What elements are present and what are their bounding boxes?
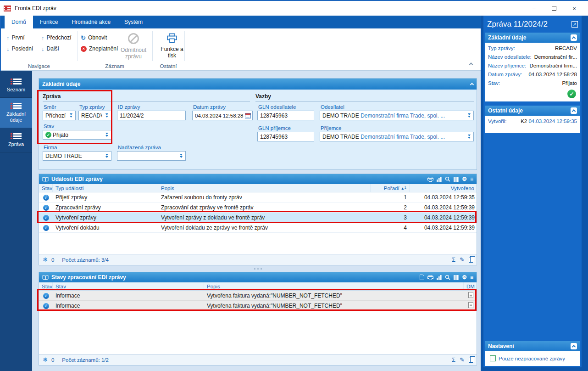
- table-row[interactable]: i Informace Vytvořena faktura vydaná:"NU…: [39, 301, 477, 311]
- freeze-icon[interactable]: ❄: [43, 356, 48, 363]
- detail-basic-header[interactable]: Základní údaje: [485, 33, 580, 43]
- unprocessed-only-option[interactable]: Pouze nezpracované zprávy: [488, 353, 577, 364]
- sum-icon[interactable]: Σ: [452, 256, 455, 263]
- tab-system[interactable]: Systém: [117, 16, 150, 28]
- document-icon[interactable]: [468, 292, 473, 298]
- columns-icon[interactable]: [454, 275, 459, 280]
- document-icon[interactable]: [468, 302, 473, 308]
- column-header[interactable]: Vytvořeno: [410, 184, 477, 192]
- open-in-window-icon[interactable]: ↗: [571, 21, 578, 28]
- column-header[interactable]: DM: [464, 282, 477, 290]
- firma-combo[interactable]: DEMO TRADE: [43, 151, 111, 161]
- typ-zpravy-combo[interactable]: RECADV: [78, 111, 111, 120]
- sidebar-item-zprava[interactable]: Zpráva: [0, 128, 32, 152]
- table-row[interactable]: i Přijetí zprávy Zařazení souboru do fro…: [39, 192, 477, 202]
- panel-splitter[interactable]: [39, 265, 477, 272]
- table-row[interactable]: i Informace Vytvořena faktura vydaná:"NU…: [39, 291, 477, 301]
- tab-domu[interactable]: Domů: [5, 16, 33, 28]
- gln-odesilatele-input[interactable]: 128745963: [257, 111, 314, 120]
- freeze-icon[interactable]: ❄: [43, 256, 48, 263]
- detail-basic-body: Typ zprávy:RECADV Název odesílatele:Demo…: [485, 43, 580, 101]
- previous-label: Předchozí: [47, 34, 72, 41]
- last-button[interactable]: ↓ Poslední: [6, 44, 33, 53]
- column-header[interactable]: Stav: [39, 184, 53, 192]
- firma-value: DEMO TRADE: [45, 153, 82, 159]
- chart-icon[interactable]: [437, 275, 442, 280]
- smer-combo[interactable]: Příchozí: [43, 111, 76, 120]
- first-button[interactable]: ↑ První: [6, 33, 25, 42]
- stav-combo[interactable]: ✓ Přijato: [43, 130, 111, 140]
- table-row[interactable]: i Vytvoření dokladu Vytvoření dokladu ze…: [39, 223, 477, 233]
- detail-other-header[interactable]: Ostatní údaje: [485, 106, 580, 116]
- new-document-icon[interactable]: [420, 275, 424, 280]
- collapse-icon[interactable]: [470, 83, 474, 86]
- column-header-sorted[interactable]: Pořadí ▲1: [371, 184, 410, 192]
- gln-prijemce-input[interactable]: 128745963: [257, 132, 314, 141]
- table-row[interactable]: i Zpracování zprávy Zpracování dat zpráv…: [39, 202, 477, 213]
- column-header[interactable]: Popis: [158, 184, 371, 192]
- search-icon[interactable]: [445, 275, 450, 280]
- prijemce-combo[interactable]: DEMO TRADE Demonstrační firma Trade, spo…: [320, 132, 474, 141]
- copy-icon[interactable]: [469, 258, 473, 263]
- edit-icon[interactable]: ✎: [460, 256, 465, 263]
- settings-header[interactable]: Nastavení: [485, 341, 580, 351]
- edit-icon[interactable]: ✎: [460, 356, 465, 363]
- invalidate-button[interactable]: × Zneplatnění: [81, 44, 118, 53]
- gear-icon[interactable]: ⚙: [462, 275, 467, 280]
- print-icon[interactable]: [427, 177, 433, 182]
- next-button[interactable]: ↓ Další: [41, 44, 59, 53]
- copy-icon[interactable]: [469, 358, 473, 363]
- events-panel: Události EDI zprávy ⚙ ≡ Stav Typ událost…: [39, 174, 477, 265]
- gear-icon[interactable]: ⚙: [462, 176, 467, 182]
- minimize-button[interactable]: –: [524, 1, 544, 15]
- info-icon: i: [43, 293, 49, 299]
- menu-icon[interactable]: ≡: [470, 176, 473, 182]
- table-row-selected[interactable]: i Vytvoření zprávy Vytvoření zprávy z do…: [39, 213, 477, 223]
- ribbon-collapse-button[interactable]: [470, 60, 472, 67]
- collapse-icon[interactable]: [571, 343, 577, 349]
- created-date: 04.03.2024 12:59:35: [528, 118, 577, 124]
- calendar-icon[interactable]: [245, 113, 251, 118]
- tab-funkce[interactable]: Funkce: [33, 16, 65, 28]
- statuses-status-bar: ❄ 0 Počet záznamů: 1/2 Σ ✎: [39, 354, 477, 365]
- search-icon[interactable]: [445, 176, 450, 182]
- right-region: Zpráva 11/2024/2 ↗ Základní údaje Typ zp…: [481, 16, 588, 371]
- previous-button[interactable]: ↑ Předchozí: [41, 33, 72, 42]
- chevron-up-icon: [469, 62, 473, 66]
- detail-label: Název příjemce:: [488, 62, 526, 70]
- id-zpravy-input[interactable]: 11/2024/2: [117, 111, 186, 120]
- functions-print-button[interactable]: Funkce a tisk: [155, 31, 189, 66]
- menu-icon[interactable]: ≡: [470, 275, 473, 280]
- created-label: Vytvořil:: [488, 117, 506, 126]
- collapse-icon[interactable]: [571, 34, 577, 41]
- chart-icon[interactable]: [437, 177, 442, 182]
- column-header[interactable]: Popis: [204, 282, 464, 290]
- odesilatel-combo[interactable]: DEMO TRADE Demonstrační firma Trade, spo…: [320, 111, 474, 120]
- prijemce-label: Příjemce: [321, 125, 341, 131]
- sum-icon[interactable]: Σ: [452, 356, 455, 363]
- print-icon[interactable]: [427, 275, 433, 280]
- sidebar-item-seznam[interactable]: Seznam: [0, 73, 32, 98]
- odesilatel-code: DEMO TRADE: [322, 112, 359, 119]
- checkbox[interactable]: [490, 355, 496, 361]
- basic-data-panel-header[interactable]: Základní údaje: [39, 79, 477, 90]
- columns-icon[interactable]: [454, 177, 459, 182]
- list-icon: [11, 133, 22, 139]
- reject-message-button[interactable]: Odmítnout zprávu: [116, 31, 150, 66]
- close-button[interactable]: ×: [564, 1, 584, 15]
- datum-zpravy-input[interactable]: 04.03.2024 12:58:28: [192, 111, 253, 120]
- maximize-button[interactable]: [544, 1, 564, 15]
- arrow-up-icon: ↑: [41, 35, 44, 41]
- gln-odesilatele-label: GLN odesílatele: [258, 104, 296, 110]
- sidebar-item-zakladni-udaje[interactable]: Základní údaje: [0, 98, 32, 128]
- dropdown-icon: [104, 152, 110, 160]
- collapse-icon[interactable]: [571, 107, 577, 114]
- refresh-button[interactable]: ↻ Obnovit: [81, 33, 107, 42]
- nadrazena-zprava-combo[interactable]: [117, 151, 186, 161]
- column-header[interactable]: Stav: [53, 282, 204, 290]
- checkbox-label: Pouze nezpracované zprávy: [499, 356, 565, 361]
- column-header[interactable]: Stav: [39, 282, 53, 290]
- title-bar: Fronta EDI zpráv – ×: [0, 0, 588, 16]
- column-header[interactable]: Typ události: [53, 184, 158, 192]
- tab-hromadne-akce[interactable]: Hromadné akce: [65, 16, 117, 28]
